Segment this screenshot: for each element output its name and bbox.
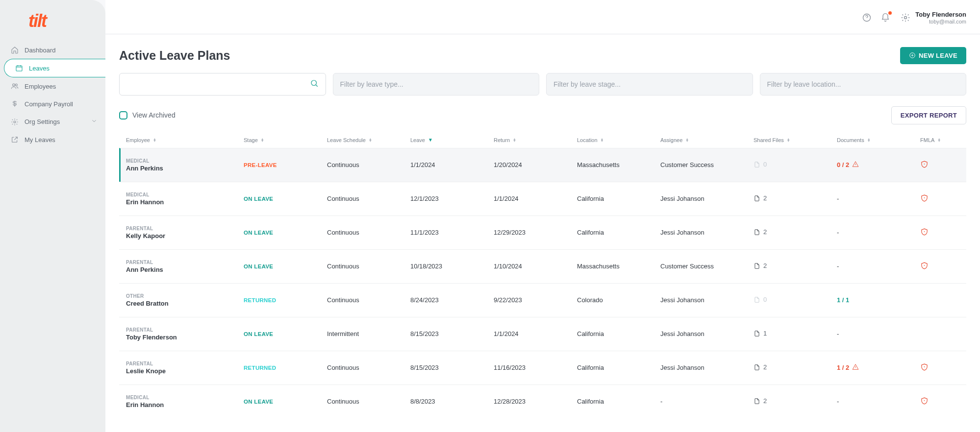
checkbox-icon	[119, 111, 127, 120]
documents-count: -	[837, 263, 839, 270]
table-row[interactable]: MEDICALErin HannonON LEAVEContinuous12/1…	[119, 182, 966, 216]
sort-icon: ▲▼	[513, 138, 516, 142]
filter-leave-type[interactable]: Filter by leave type...	[333, 73, 540, 96]
col-location[interactable]: Location▲▼	[577, 137, 660, 143]
sidebar-item-leaves[interactable]: Leaves	[4, 59, 105, 77]
sidebar-item-label: Leaves	[29, 65, 50, 72]
col-assignee[interactable]: Assignee▲▼	[660, 137, 754, 143]
file-icon	[754, 161, 760, 168]
user-name: Toby Flenderson	[915, 11, 966, 19]
col-docs[interactable]: Documents▲▼	[837, 137, 920, 143]
stage-cell: ON LEAVE	[244, 330, 327, 337]
shared-files-cell: 2	[754, 363, 837, 372]
sidebar-item-company-payroll[interactable]: Company Payroll	[0, 95, 105, 113]
sidebar-item-dashboard[interactable]: Dashboard	[0, 41, 105, 59]
stage-badge: PRE-LEAVE	[244, 162, 277, 168]
sort-icon: ▲▼	[787, 138, 790, 142]
employee-cell: PARENTALLeslie Knope	[126, 361, 244, 375]
leave-date-cell: 10/18/2023	[410, 263, 494, 270]
shared-files-cell: 0	[754, 296, 837, 305]
return-date-cell: 1/10/2024	[494, 263, 577, 270]
svg-rect-0	[16, 66, 22, 71]
leave-date-cell: 8/15/2023	[410, 330, 494, 337]
fmla-shield-icon	[920, 365, 929, 373]
brand-logo: tilt	[0, 11, 105, 41]
stage-cell: ON LEAVE	[244, 195, 327, 202]
fmla-cell	[920, 397, 964, 407]
fmla-shield-icon	[920, 163, 929, 170]
svg-point-7	[311, 80, 317, 86]
placeholder-text: Filter by leave type...	[340, 80, 403, 88]
sidebar-item-org-settings[interactable]: Org Settings	[0, 113, 105, 131]
new-leave-button[interactable]: NEW LEAVE	[900, 47, 966, 64]
fmla-shield-icon	[920, 399, 929, 407]
assignee-cell: Customer Success	[660, 161, 754, 168]
sidebar-item-employees[interactable]: Employees	[0, 77, 105, 95]
fmla-cell	[920, 363, 964, 373]
stage-badge: ON LEAVE	[244, 331, 273, 337]
topbar: Toby Flenderson toby@mail.com	[105, 11, 980, 34]
leave-table: Employee▲▼ Stage▲▼ Leave Schedule▲▼ Leav…	[119, 132, 966, 418]
filter-leave-location[interactable]: Filter by leave location...	[760, 73, 967, 96]
export-report-button[interactable]: EXPORT REPORT	[891, 106, 966, 124]
table-row[interactable]: PARENTALLeslie KnopeRETURNEDContinuous8/…	[119, 351, 966, 384]
notifications-icon[interactable]	[880, 12, 891, 23]
gear-icon	[11, 118, 19, 126]
stage-badge: ON LEAVE	[244, 399, 273, 405]
table-row[interactable]: PARENTALToby FlendersonON LEAVEIntermitt…	[119, 317, 966, 351]
stage-cell: RETURNED	[244, 364, 327, 371]
sort-icon: ▲▼	[601, 138, 604, 142]
placeholder-text: Filter by leave stage...	[553, 80, 621, 88]
return-date-cell: 1/1/2024	[494, 195, 577, 202]
location-cell: Massachusetts	[577, 263, 660, 270]
location-cell: California	[577, 364, 660, 371]
sort-icon: ▲▼	[937, 138, 941, 142]
sidebar-item-label: Employees	[25, 83, 56, 90]
schedule-cell: Continuous	[327, 398, 410, 405]
return-date-cell: 1/1/2024	[494, 330, 577, 337]
employee-cell: MEDICALAnn Perkins	[126, 158, 244, 172]
schedule-cell: Continuous	[327, 161, 410, 168]
documents-cell: -	[837, 263, 920, 270]
documents-cell: -	[837, 195, 920, 202]
table-row[interactable]: PARENTALAnn PerkinsON LEAVEContinuous10/…	[119, 249, 966, 283]
employee-name: Creed Bratton	[126, 300, 244, 307]
search-input[interactable]	[126, 80, 310, 88]
filter-leave-stage[interactable]: Filter by leave stage...	[546, 73, 753, 96]
col-fmla[interactable]: FMLA▲▼	[920, 137, 964, 143]
leave-type-label: PARENTAL	[126, 327, 244, 333]
employee-name: Erin Hannon	[126, 401, 244, 408]
schedule-cell: Continuous	[327, 296, 410, 304]
assignee-cell: Jessi Johanson	[660, 229, 754, 236]
table-row[interactable]: MEDICALErin HannonON LEAVEContinuous8/8/…	[119, 384, 966, 418]
svg-point-5	[905, 17, 907, 19]
col-return[interactable]: Return▲▼	[494, 137, 577, 143]
col-schedule[interactable]: Leave Schedule▲▼	[327, 137, 410, 143]
col-leave[interactable]: Leave▼	[410, 137, 494, 143]
file-icon	[754, 398, 760, 405]
return-date-cell: 11/16/2023	[494, 364, 577, 371]
leave-type-label: PARENTAL	[126, 226, 244, 231]
help-icon[interactable]	[861, 12, 872, 23]
table-row[interactable]: PARENTALKelly KapoorON LEAVEContinuous11…	[119, 216, 966, 249]
view-archived-checkbox[interactable]: View Archived	[119, 111, 176, 120]
shared-files-cell: 0	[754, 161, 837, 169]
search-field[interactable]	[119, 73, 326, 96]
leave-date-cell: 8/8/2023	[410, 398, 494, 405]
col-stage[interactable]: Stage▲▼	[244, 137, 327, 143]
leave-type-label: MEDICAL	[126, 192, 244, 197]
file-icon	[754, 263, 760, 269]
leave-type-label: PARENTAL	[126, 260, 244, 265]
user-menu[interactable]: Toby Flenderson toby@mail.com	[901, 11, 966, 25]
col-shared[interactable]: Shared Files▲▼	[754, 137, 837, 143]
sidebar-item-label: Company Payroll	[25, 100, 73, 108]
employee-cell: MEDICALErin Hannon	[126, 192, 244, 206]
svg-point-2	[15, 84, 17, 86]
sidebar-item-my-leaves[interactable]: My Leaves	[0, 131, 105, 148]
table-row[interactable]: OTHERCreed BrattonRETURNEDContinuous8/24…	[119, 283, 966, 317]
col-employee[interactable]: Employee▲▼	[126, 137, 244, 143]
table-row[interactable]: MEDICALAnn PerkinsPRE-LEAVEContinuous1/1…	[119, 148, 966, 182]
assignee-cell: Jessi Johanson	[660, 330, 754, 337]
fmla-cell	[920, 228, 964, 238]
location-cell: California	[577, 195, 660, 202]
